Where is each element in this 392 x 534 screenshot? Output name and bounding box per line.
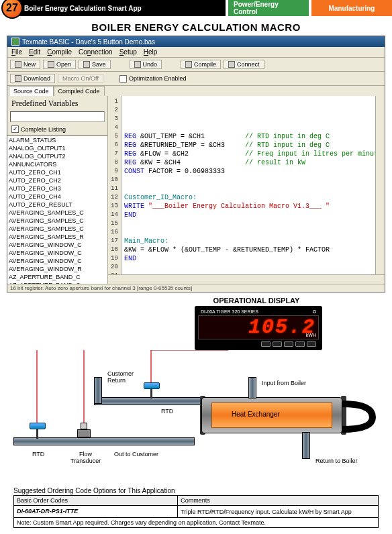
new-icon [15, 61, 21, 68]
meter-btn-4[interactable] [295, 341, 305, 347]
th-codes: Basic Order Codes [14, 496, 178, 506]
label-out-to-customer: Out to Customer [114, 451, 158, 458]
code-editor[interactable]: 1 2 3 4 5 6 7 8 9 10 11 12 13 14 15 16 1… [108, 96, 385, 284]
menu-help[interactable]: Help [144, 48, 158, 56]
loop-pipe [342, 397, 383, 437]
ide-tabs: Source Code Compiled Code [7, 86, 385, 96]
pv-item[interactable]: AUTO_ZERO_CH4 [9, 193, 107, 201]
menu-setup[interactable]: Setup [119, 48, 137, 56]
digital-meter: DI-60A TIGER 320 SERIES 105.2 kWH [195, 306, 322, 350]
pipe-boiler-return [302, 432, 310, 459]
meter-btn-3[interactable] [284, 341, 293, 347]
pv-complete-listing[interactable]: Complete Listing [7, 123, 107, 136]
btn-macro-onoff[interactable]: Macro On/Off [58, 74, 103, 83]
checkbox-icon [119, 75, 127, 83]
pv-item[interactable]: AVERAGING_SAMPLES_C [9, 225, 107, 233]
header-bar: 27 Boiler Energy Calculation Smart App P… [0, 0, 392, 16]
heat-exchanger-label: Heat Exchanger [232, 411, 280, 418]
pv-item[interactable]: ANALOG_OUTPUT1 [9, 144, 107, 152]
pv-item[interactable]: AUTO_ZERO_CH3 [9, 184, 107, 193]
menu-connection[interactable]: Connection [79, 48, 113, 56]
btn-open[interactable]: Open [43, 60, 76, 69]
pv-item[interactable]: AUTO_ZERO_RESULT [9, 201, 107, 209]
th-comments: Comments [178, 496, 379, 506]
ide-window: Texmate BASIC - Dave's 5 Button Demo.bas… [7, 36, 385, 292]
btn-undo[interactable]: Undo [130, 60, 162, 69]
pv-item[interactable]: AVERAGING_WINDOW_R [9, 265, 107, 273]
rtd-sensor-1 [30, 423, 46, 429]
btn-connect[interactable]: Connect [224, 60, 264, 69]
meter-indicator-icon [313, 310, 316, 313]
pv-item[interactable]: ANNUNCIATORS [9, 160, 107, 168]
pv-item[interactable]: AZ_APERTURE_BAND_C [9, 281, 107, 284]
flow-transducer-body [77, 429, 91, 437]
menu-edit[interactable]: Edit [29, 48, 40, 56]
pv-item[interactable]: AVERAGING_WINDOW_C [9, 249, 107, 257]
save-icon [83, 61, 90, 68]
checkbox-checked-icon [11, 125, 19, 133]
ide-title-text: Texmate BASIC - Dave's 5 Button Demo.bas [22, 38, 155, 46]
tab-compiled-code[interactable]: Compiled Code [54, 86, 105, 96]
download-icon [15, 75, 21, 82]
pv-item[interactable]: AVERAGING_WINDOW_C [9, 257, 107, 265]
pv-filter-input[interactable] [10, 111, 105, 122]
meter-btn-2[interactable] [273, 341, 282, 347]
ide-body: Predefined Variables Complete Listing AL… [7, 96, 385, 284]
app-icon [11, 38, 19, 46]
rtd-sensor-2 [144, 382, 160, 389]
pv-item[interactable]: AUTO_ZERO_CH1 [9, 168, 107, 176]
order-comment: Triple RTD/RTD/Frequency input. Calculat… [178, 506, 379, 518]
scrollbar-horizontal[interactable] [108, 274, 385, 284]
pipe-boiler-in [248, 377, 256, 398]
meter-btn-1[interactable] [261, 341, 271, 347]
btn-save[interactable]: Save [79, 60, 111, 69]
opt-enabled-checkbox[interactable]: Optimization Enabled [119, 75, 187, 83]
open-icon [48, 61, 54, 68]
meter-buttons [198, 339, 319, 347]
pv-item[interactable]: AVERAGING_WINDOW_C [9, 241, 107, 249]
menu-file[interactable]: File [11, 48, 22, 56]
pv-item[interactable]: AUTO_ZERO_CH2 [9, 176, 107, 184]
ide-toolbar-1: New Open Save Undo Compile Connect [7, 58, 385, 72]
btn-download[interactable]: Download [10, 74, 55, 83]
pv-list[interactable]: ALARM_STATUSANALOG_OUTPUT1ANALOG_OUTPUT2… [7, 136, 107, 284]
meter-screen: 105.2 kWH [198, 315, 319, 339]
scrollbar-vertical[interactable] [375, 96, 385, 274]
menu-compile[interactable]: Compile [47, 48, 72, 56]
ide-titlebar: Texmate BASIC - Dave's 5 Button Demo.bas [7, 36, 385, 47]
undo-icon [134, 61, 141, 68]
pipe-return-vert [94, 377, 102, 404]
ordering-title: Suggested Ordering Code Options for This… [13, 487, 379, 494]
order-note: Note: Custom Smart App required. Charges… [14, 518, 379, 528]
order-code: DI-60AT-DR-PS1-ITTE [14, 506, 178, 518]
flow-transducer-top [81, 423, 87, 429]
tab-source-code[interactable]: Source Code [9, 86, 54, 96]
meter-model: DI-60A TIGER 320 SERIES [201, 309, 258, 314]
label-rtd2: RTD [161, 408, 173, 415]
label-return-boiler: Return to Boiler [315, 458, 358, 464]
connect-icon [228, 61, 235, 68]
process-diagram: Heat Exchanger RTD Flow Transducer Out t… [7, 350, 385, 484]
pv-header: Predefined Variables [7, 96, 107, 110]
label-input-boiler: Input from Boiler [262, 380, 306, 386]
label-customer-return: Customer Return [107, 370, 134, 384]
pv-item[interactable]: AZ_APERTURE_BAND_C [9, 273, 107, 281]
pv-item[interactable]: AVERAGING_SAMPLES_C [9, 217, 107, 225]
btn-compile[interactable]: Compile [181, 60, 221, 69]
btn-new[interactable]: New [10, 60, 40, 69]
page-heading: BOILER ENERGY CALCULATION MACRO [0, 21, 392, 33]
meter-btn-5[interactable] [307, 341, 316, 347]
label-rtd1: RTD [32, 451, 44, 458]
pv-item[interactable]: AVERAGING_SAMPLES_R [9, 233, 107, 241]
tag-category-1: Power/Energy Control [228, 0, 309, 16]
pv-item[interactable]: AVERAGING_SAMPLES_C [9, 209, 107, 217]
ordering-section: Suggested Ordering Code Options for This… [13, 487, 379, 528]
compile-icon [185, 61, 192, 68]
code-area[interactable]: REG &OUT_TEMP = &CH1 // RTD input in deg… [121, 96, 385, 284]
ide-menubar[interactable]: File Edit Compile Connection Setup Help [7, 47, 385, 58]
pv-item[interactable]: ANALOG_OUTPUT2 [9, 152, 107, 160]
ide-statusbar: 16 bit register. Auto zero aperture band… [7, 284, 385, 292]
pipe-return [94, 397, 201, 405]
pv-item[interactable]: ALARM_STATUS [9, 136, 107, 144]
tag-category-2: Manufacturing [311, 0, 392, 16]
